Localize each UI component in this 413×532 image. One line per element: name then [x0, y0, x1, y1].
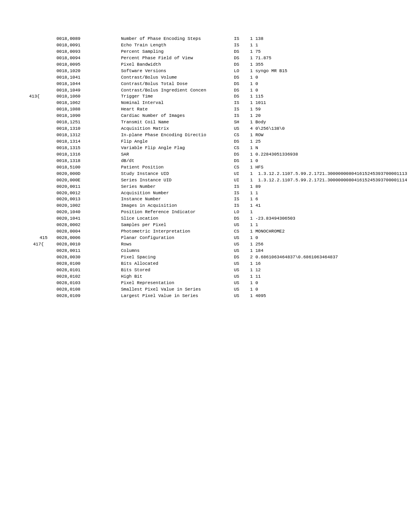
- table-row: 0018,1251Transmit Coil NameSH1 Body: [56, 119, 389, 126]
- cell-type: UI: [234, 171, 250, 177]
- cell-uid: 1.3.12.2.1107.5.99.2.1721.30000000804161…: [258, 177, 407, 184]
- table-row: 0018,0095Pixel BandwidthDS1 355: [56, 62, 389, 68]
- cell-tag: 0028,0109: [56, 293, 121, 299]
- cell-desc: Images in Acquisition: [121, 203, 234, 209]
- cell-desc: In-plane Phase Encoding Directio: [121, 132, 234, 139]
- cell-tag: 0018,1316: [56, 152, 121, 158]
- table-row: 0018,1090Cardiac Number of ImagesIS1 20: [56, 113, 389, 119]
- cell-desc: Slice Location: [121, 216, 234, 222]
- page-header: [24, 12, 389, 18]
- cell-content: 1 syngo MR B15: [250, 68, 389, 75]
- cell-type: US: [234, 235, 250, 241]
- cell-desc: Echo Train Length: [121, 42, 234, 49]
- cell-content: 1 25: [250, 139, 389, 145]
- cell-content: 1 0: [250, 235, 389, 241]
- cell-desc: dB/dt: [121, 158, 234, 164]
- cell-type: CS: [234, 132, 250, 139]
- cell-content: 1 12: [250, 267, 389, 274]
- cell-content: 1 1: [250, 190, 389, 197]
- cell-content: 1 256: [250, 241, 389, 248]
- cell-content: 1: [250, 209, 389, 216]
- cell-desc: Largest Pixel Value in Series: [121, 293, 234, 299]
- cell-type: IS: [234, 106, 250, 113]
- table-row: 0028,0100Bits AllocatedUS1 16: [56, 261, 389, 267]
- cell-tag: 0018,1310: [56, 126, 121, 132]
- cell-content: 1 41: [250, 203, 389, 209]
- table-row: 0028,0102High BitUS1 11: [56, 274, 389, 280]
- cell-content: 1 71.875: [250, 55, 389, 62]
- cell-desc: Instance Number: [121, 196, 234, 203]
- cell-content: 1 11: [250, 274, 389, 280]
- cell-desc: Nominal Interval: [121, 100, 234, 106]
- cell-type: CS: [234, 229, 250, 235]
- cell-desc: Smallest Pixel Value in Series: [121, 287, 234, 293]
- cell-type: IS: [234, 100, 250, 106]
- cell-tag: 0028,0102: [56, 274, 121, 280]
- cell-tag: 0018,0095: [56, 62, 121, 68]
- cell-desc: Series Instance UID: [121, 177, 234, 184]
- cell-desc: Percent Sampling: [121, 49, 234, 55]
- cell-type: DS: [234, 55, 250, 62]
- table-row: 0028,0004Photometric InterpretationCS1 M…: [56, 229, 389, 235]
- cell-desc: Flip Angle: [121, 139, 234, 145]
- cell-tag: 0020,1040: [56, 209, 121, 216]
- cell-tag: 0018,1315: [56, 145, 121, 152]
- cell-desc: Rows: [121, 241, 234, 248]
- cell-type: IS: [234, 184, 250, 190]
- cell-desc: Contrast/Bolus Ingredient Concen: [121, 87, 234, 94]
- cell-type: DS: [234, 254, 250, 261]
- cell-desc: Percent Phase Field of View: [121, 55, 234, 62]
- cell-tag: 0028,0002: [56, 222, 121, 229]
- table-row: 0018,1049Contrast/Bolus Ingredient Conce…: [56, 87, 389, 94]
- cell-type: IS: [234, 42, 250, 49]
- cell-type: LO: [234, 209, 250, 216]
- table-row: 0018,1318dB/dtDS1 0: [56, 158, 389, 164]
- table-row: 0018,1044Contrast/Bolus Total DoseDS1 0: [56, 81, 389, 87]
- cell-tag: 0018,1062: [56, 100, 121, 106]
- cell-content: 1 115: [250, 94, 389, 100]
- cell-type: LO: [234, 68, 250, 75]
- cell-tag: 0028,0010: [56, 241, 121, 248]
- cell-content: 1 0: [250, 87, 389, 94]
- table-row: 0018,0094Percent Phase Field of ViewDS1 …: [56, 55, 389, 62]
- data-table: 0018,0089Number of Phase Encoding StepsI…: [56, 34, 389, 299]
- cell-tag: 0028,0103: [56, 280, 121, 287]
- cell-content: 1 N: [250, 145, 389, 152]
- table-row: 0018,1310Acquisition MatrixUS4 0\256\138…: [56, 126, 389, 132]
- cell-content: 1 Body: [250, 119, 389, 126]
- cell-tag: 0018,1314: [56, 139, 121, 145]
- table-row: 0018,0091Echo Train LengthIS1 1: [56, 42, 389, 49]
- cell-type: DS: [234, 75, 250, 81]
- cell-type: DS: [234, 87, 250, 94]
- table-row: 0028,0101Bits StoredUS1 12: [56, 267, 389, 274]
- cell-desc: Position Reference Indicator: [121, 209, 234, 216]
- cell-content: 1 355: [250, 62, 389, 68]
- cell-desc: Pixel Bandwidth: [121, 62, 234, 68]
- cell-tag: 0018,1088: [56, 106, 121, 113]
- cell-type: US: [234, 241, 250, 248]
- cell-content: 1 89: [250, 184, 389, 190]
- cell-content: 1 138: [250, 36, 389, 42]
- cell-type: DS: [234, 158, 250, 164]
- table-row: 0018,1088Heart RateIS1 59: [56, 106, 389, 113]
- table-row: 0028,0002Samples per PixelUS1 1: [56, 222, 389, 229]
- cell-type: SH: [234, 119, 250, 126]
- cell-tag: 0018,1312: [56, 132, 121, 139]
- table-row: 0028,0011ColumnsUS1 184: [56, 248, 389, 254]
- cell-content: 1 184: [250, 248, 389, 254]
- cell-desc: Heart Rate: [121, 106, 234, 113]
- annotation-413: 413{: [29, 94, 40, 100]
- table-row: 0018,1315Variable Flip Angle FlagCS1 N: [56, 145, 389, 152]
- cell-desc: Software Versions: [121, 68, 234, 75]
- cell-content: 4 0\256\138\0: [250, 126, 389, 132]
- cell-type: DS: [234, 152, 250, 158]
- cell-content: 1 -23.83494306503: [250, 216, 389, 222]
- cell-desc: Bits Stored: [121, 267, 234, 274]
- cell-desc: SAR: [121, 152, 234, 158]
- cell-content: 1: [250, 171, 258, 177]
- cell-type: US: [234, 287, 250, 293]
- cell-desc: Series Number: [121, 184, 234, 190]
- cell-type: US: [234, 280, 250, 287]
- cell-content: 1 1011: [250, 100, 389, 106]
- table-row: 417{0028,0010RowsUS1 256: [56, 241, 389, 248]
